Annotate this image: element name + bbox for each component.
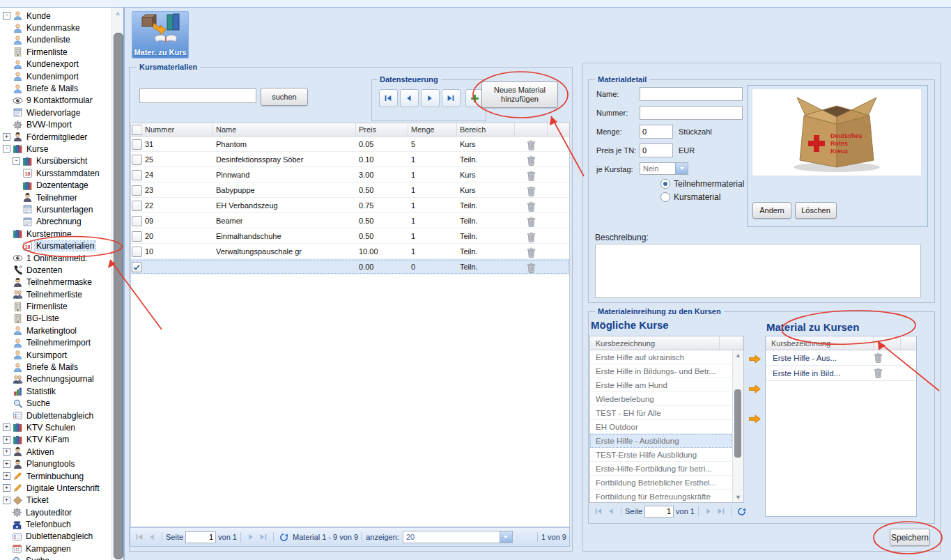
pager-next-icon[interactable] [703, 506, 714, 517]
sidebar-item-kampagnen[interactable]: Kampagnen [1, 543, 110, 554]
sidebar-item-dublettenabgleich[interactable]: Dublettenabgleich [1, 531, 110, 543]
remove-course-icon[interactable] [874, 352, 883, 363]
collapse-icon[interactable]: - [13, 157, 20, 165]
possible-course-item[interactable]: Fortbildung Betrieblicher Ersthel... [590, 476, 732, 490]
assigned-course-item[interactable]: Erste Hilfe - Aus... [766, 350, 916, 366]
delete-row-icon[interactable] [527, 140, 536, 150]
sidebar-item-teilnehmerliste[interactable]: Teilnehmerliste [1, 288, 110, 300]
column-header-preis[interactable]: Preis [356, 123, 408, 136]
new-material-button[interactable]: Neues Material hinzufügen [481, 81, 558, 108]
row-checkbox[interactable] [132, 170, 142, 180]
sidebar-item-label[interactable]: Terminbuchung [25, 472, 85, 481]
possible-course-item[interactable]: Erste Hilfe auf ukrainisch [590, 350, 732, 364]
pager-next-icon[interactable] [245, 531, 256, 543]
row-checkbox[interactable] [132, 201, 142, 211]
sidebar-item-label[interactable]: Ticket [25, 495, 50, 505]
search-button[interactable]: suchen [261, 88, 308, 106]
sidebar-item-label[interactable]: Kurse [25, 144, 49, 154]
possible-course-item[interactable]: Erste Hilfe in Bildungs- und Betr... [590, 364, 732, 378]
sidebar-item-kursimport[interactable]: Kursimport [1, 349, 110, 361]
expand-icon[interactable]: + [3, 497, 10, 504]
sidebar-item-label[interactable]: Kunde [25, 11, 52, 21]
sidebar-item-label[interactable]: Briefe & Mails [25, 84, 79, 93]
expand-icon[interactable]: + [3, 472, 10, 480]
sidebar-item-kursübersicht[interactable]: -Kursübersicht [1, 155, 110, 167]
nummer-field[interactable] [640, 106, 743, 120]
delete-row-icon[interactable] [527, 186, 536, 196]
column-header-menge[interactable]: Menge [408, 123, 457, 136]
sidebar-item-1-onlineanmeld-[interactable]: 1 Onlineanmeld. [1, 252, 110, 264]
sidebar-item-kursmaterialien[interactable]: 18Kursmaterialien [1, 240, 110, 251]
expand-icon[interactable]: + [3, 423, 10, 431]
delete-row-icon[interactable] [527, 171, 536, 181]
sidebar-item-firmenliste[interactable]: Firmenliste [1, 46, 110, 58]
sidebar-item-kurse[interactable]: -Kurse [1, 143, 110, 155]
column-header-nummer[interactable]: Nummer [142, 123, 213, 136]
column-header-bereich[interactable]: Bereich [457, 123, 515, 136]
table-row[interactable]: 09Beamer0.501Teiln. [131, 213, 569, 228]
radio-teilnehmermaterial[interactable]: Teilnehmermaterial [660, 179, 744, 189]
scrollbar-thumb[interactable] [114, 33, 123, 559]
sidebar-item-kundenexport[interactable]: Kundenexport [1, 59, 110, 70]
last-record-button[interactable] [442, 89, 461, 107]
material-zu-kurs-tile[interactable]: Mater. zu Kurs [132, 11, 189, 59]
table-row[interactable]: 25Desinfektionsspray Söber0.101Teiln. [131, 152, 569, 167]
prev-record-button[interactable] [400, 89, 419, 107]
sidebar-item-planungtools[interactable]: +Planungtools [1, 458, 110, 469]
table-row[interactable]: 10Verwaltungspauschale gr10.001Teiln. [131, 244, 569, 259]
preis-field[interactable] [640, 143, 673, 157]
sidebar-item-kurstermine[interactable]: Kurstermine [1, 228, 110, 240]
speichern-button[interactable]: Speichern [890, 529, 930, 546]
sidebar-item-kundenmaske[interactable]: Kundenmaske [1, 22, 110, 33]
sidebar-item-label[interactable]: 9 Kontaktformular [25, 95, 94, 105]
pager-last-icon[interactable] [716, 506, 727, 517]
row-checkbox[interactable] [132, 231, 142, 242]
pager-prev-icon[interactable] [605, 506, 617, 517]
sidebar-item-label[interactable]: Statistik [25, 387, 57, 396]
aendern-button[interactable]: Ändern [752, 202, 791, 219]
sidebar-item-kursstammdaten[interactable]: 18Kursstammdaten [1, 167, 110, 179]
sidebar-item-label[interactable]: Kursimport [25, 350, 68, 360]
delete-row-icon[interactable] [527, 263, 536, 273]
transfer-arrow-icon[interactable] [748, 384, 761, 396]
next-record-button[interactable] [421, 89, 440, 107]
sidebar-item-kursunterlagen[interactable]: Kursunterlagen [1, 203, 110, 215]
sidebar-item-label[interactable]: Abrechnung [35, 217, 83, 226]
sidebar-item-teilnehmermaske[interactable]: Teilnehmermaske [1, 277, 110, 288]
sidebar-item-label[interactable]: Kursmaterialien [35, 241, 95, 251]
sidebar-item-label[interactable]: Wiedervorlage [25, 108, 82, 118]
radio-kursmaterial[interactable]: Kursmaterial [660, 192, 720, 202]
sidebar-item-label[interactable]: Dublettenabgleich [25, 411, 95, 421]
sidebar-item-label[interactable]: Teilnehmerliste [25, 290, 84, 300]
possible-course-item[interactable]: Erste Hilfe am Hund [590, 378, 732, 392]
sidebar-item-kundenimport[interactable]: Kundenimport [1, 70, 110, 82]
sidebar-item-bg-liste[interactable]: BG-Liste [1, 313, 110, 325]
column-header-name[interactable]: Name [213, 123, 356, 136]
delete-row-icon[interactable] [527, 232, 536, 242]
sidebar-item-label[interactable]: Kursübersicht [35, 156, 88, 166]
sidebar-scrollbar[interactable]: ▲ [111, 8, 123, 560]
sidebar-item-label[interactable]: KTV KiFam [25, 435, 70, 444]
sidebar-item-label[interactable]: BVW-Import [25, 120, 73, 130]
sidebar-item-teilnehmerimport[interactable]: Teilnehmerimport [1, 337, 110, 349]
row-checkbox[interactable] [132, 155, 142, 165]
sidebar-item-label[interactable]: Suche [24, 556, 51, 560]
sidebar-item-label[interactable]: Teilnehmerimport [25, 338, 92, 348]
sidebar-item-suche[interactable]: Suche [1, 555, 110, 560]
sidebar-item-kundenliste[interactable]: Kundenliste [1, 34, 110, 46]
sidebar-item-bvw-import[interactable]: BVW-Import [1, 119, 110, 131]
sidebar-item-briefe-mails[interactable]: Briefe & Mails [1, 361, 110, 373]
row-checkbox[interactable] [132, 185, 142, 196]
sidebar-item-label[interactable]: Kampagnen [24, 544, 72, 554]
sidebar-item-label[interactable]: Kursstammdaten [35, 169, 101, 178]
pager-refresh-icon[interactable] [278, 531, 289, 543]
sidebar-item-digitale-unterschrift[interactable]: +Digitale Unterschrift [1, 482, 110, 494]
sidebar-item-kunde[interactable]: -Kunde [1, 10, 110, 22]
delete-row-icon[interactable] [527, 247, 536, 258]
transfer-arrow-icon[interactable] [748, 354, 761, 366]
kurstag-combo[interactable]: Nein [640, 162, 688, 175]
delete-row-icon[interactable] [527, 155, 536, 166]
table-row[interactable]: 20Einmalhandschuhe0.501Teiln. [131, 228, 569, 244]
possible-course-item[interactable]: Wiederbelebung [590, 392, 732, 406]
sidebar-item-label[interactable]: Teilnehmer [35, 193, 79, 203]
